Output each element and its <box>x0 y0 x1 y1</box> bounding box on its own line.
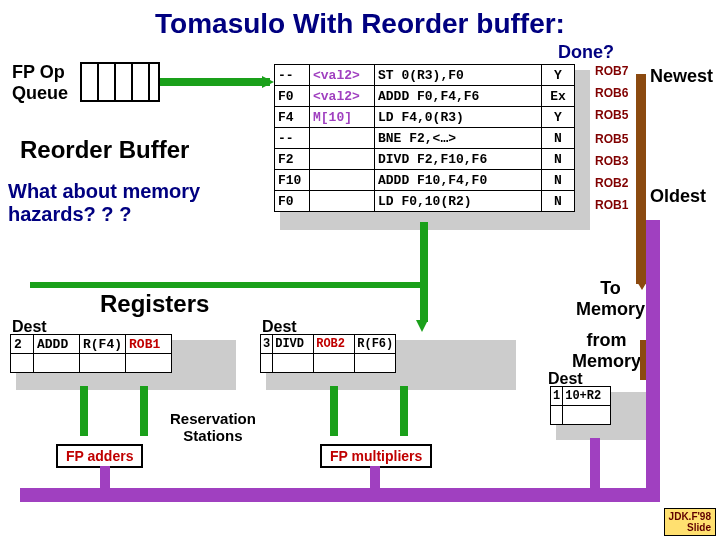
rob-row: F0<val2>ADDD F0,F4,F6Ex <box>275 86 575 107</box>
commit-arrow-icon <box>416 320 428 332</box>
done-header: Done? <box>558 42 614 63</box>
cdb-stub <box>590 438 600 492</box>
bus-line <box>400 386 408 436</box>
page-title: Tomasulo With Reorder buffer: <box>0 8 720 40</box>
rob-table: --<val2>ST 0(R3),F0Y F0<val2>ADDD F0,F4,… <box>274 64 575 212</box>
bus-line <box>330 386 338 436</box>
rob-row: --<val2>ST 0(R3),F0Y <box>275 65 575 86</box>
rob-row: F10ADDD F10,F4,F0N <box>275 170 575 191</box>
bus-line <box>80 386 88 436</box>
to-memory-label: To Memory <box>576 278 645 320</box>
rob-tag: ROB6 <box>595 86 628 100</box>
to-memory-bus <box>636 74 646 284</box>
hazard-question: What about memory hazards? ? ? <box>8 180 200 226</box>
rob-tag: ROB2 <box>595 176 628 190</box>
cdb-line <box>20 488 660 502</box>
oldest-label: Oldest <box>650 186 706 207</box>
adder-rs-table: 2ADDDR(F4)ROB1 <box>10 334 172 373</box>
rob-tag: ROB3 <box>595 154 628 168</box>
res-stations-label: Reservation Stations <box>170 410 256 444</box>
rob-tag: ROB1 <box>595 198 628 212</box>
rob-row: --BNE F2,<…>N <box>275 128 575 149</box>
arrow-queue-rob-head <box>262 76 274 88</box>
fp-op-queue <box>80 62 160 102</box>
commit-bus <box>420 222 428 322</box>
newest-label: Newest <box>650 66 713 87</box>
rob-tag: ROB5 <box>595 132 628 146</box>
fp-adders-unit: FP adders <box>56 444 143 468</box>
commit-bus-h <box>30 282 428 288</box>
fp-mult-unit: FP multipliers <box>320 444 432 468</box>
rob-row: F2DIVD F2,F10,F6N <box>275 149 575 170</box>
rob-tag: ROB7 <box>595 64 628 78</box>
slide-footer: JDK.F'98 Slide <box>664 508 716 536</box>
rob-row: F0LD F0,10(R2)N <box>275 191 575 212</box>
arrow-queue-rob <box>160 78 270 86</box>
ld-rs-table: 110+R2 <box>550 386 611 425</box>
reorder-buffer-label: Reorder Buffer <box>20 136 189 164</box>
bus-line <box>140 386 148 436</box>
rob-row: F4M[10]LD F4,0(R3)Y <box>275 107 575 128</box>
rob-tag: ROB5 <box>595 108 628 122</box>
fp-queue-label: FP Op Queue <box>12 62 68 104</box>
from-memory-label: from Memory <box>572 330 641 372</box>
cdb-line-v <box>646 220 660 502</box>
registers-label: Registers <box>100 290 209 318</box>
cdb-stub <box>370 466 380 492</box>
cdb-stub <box>100 466 110 492</box>
mul-rs-table: 3DIVDROB2R(F6) <box>260 334 396 373</box>
